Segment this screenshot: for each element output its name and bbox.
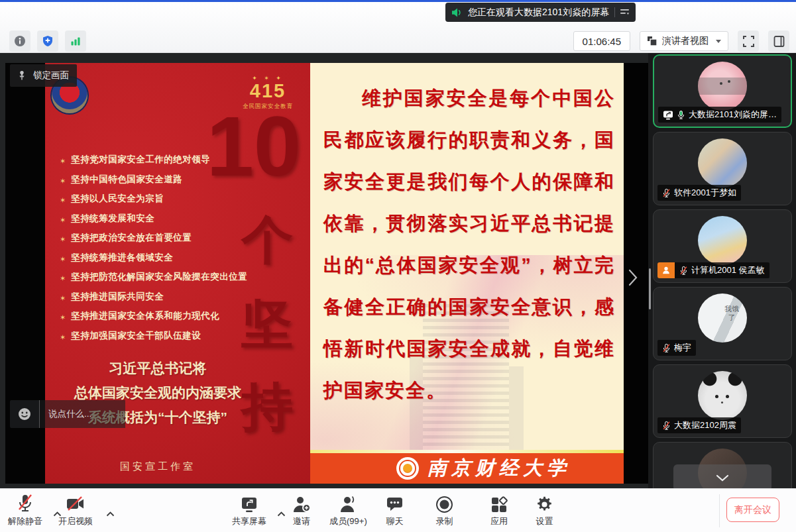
control-bar: 解除静音 开启视频 共享屏幕 邀请 成员(99+) 聊天 <box>0 488 796 532</box>
gear-icon <box>536 496 553 513</box>
star-icon <box>60 252 66 264</box>
mic-muted-icon <box>662 188 671 198</box>
avatar-caption: 我饿了 <box>723 305 740 322</box>
participant-label: 软件2001于梦如 <box>657 185 741 201</box>
star-icon <box>60 331 66 343</box>
share-options-caret[interactable] <box>277 507 286 519</box>
university-emblem <box>396 457 419 480</box>
watching-label: 您正在观看大数据2101刘焱的屏幕 <box>468 7 609 19</box>
lock-view-button[interactable]: 锁定画面 <box>10 64 77 87</box>
chevron-up-icon <box>106 511 115 517</box>
logo-415-number: 415 <box>235 81 301 101</box>
layout-view-icon <box>647 36 657 46</box>
chat-button[interactable]: 聊天 <box>386 494 404 527</box>
participant-tile[interactable]: 软件2001于梦如 <box>653 132 792 205</box>
participant-tile[interactable]: 计算机2001 侯孟敏 <box>653 209 792 283</box>
chat-input[interactable]: 说点什么... <box>39 400 125 428</box>
chevron-up-icon <box>277 511 286 517</box>
unmute-button[interactable]: 解除静音 <box>8 494 42 527</box>
chat-placeholder: 说点什么... <box>48 408 91 420</box>
mic-muted-icon <box>662 421 671 431</box>
members-icon <box>338 495 358 513</box>
list-item: 坚持推进国际共同安全 <box>60 292 265 303</box>
meeting-timer: 01:06:45 <box>573 31 630 51</box>
share-screen-button[interactable]: 共享屏幕 <box>232 494 266 527</box>
record-icon <box>435 496 453 513</box>
banner-divider <box>614 7 615 17</box>
star-icon <box>60 213 66 225</box>
sidebar-scrollbar[interactable] <box>649 268 651 309</box>
participant-tile-partial[interactable] <box>653 442 792 488</box>
star-icon <box>60 154 66 166</box>
university-name: 南京财经大学 <box>427 455 571 482</box>
speaker-icon <box>451 8 463 17</box>
list-item: 坚持中国特色国家安全道路 <box>60 174 265 186</box>
start-video-button[interactable]: 开启视频 <box>58 494 93 527</box>
list-item: 坚持以人民安全为宗旨 <box>60 193 265 205</box>
scroll-down-button[interactable] <box>673 464 771 488</box>
star-icon <box>60 174 66 186</box>
apps-button[interactable]: 应用 <box>490 494 508 527</box>
star-icon <box>60 311 66 323</box>
next-page-arrow[interactable] <box>628 269 638 289</box>
video-options-caret[interactable] <box>106 507 115 519</box>
invite-button[interactable]: 邀请 <box>292 494 312 527</box>
meeting-window: 01:06:45 演讲者视图 您正在观看大数据2101刘焱的屏幕 <box>0 0 796 532</box>
meeting-info-button[interactable] <box>9 30 30 52</box>
view-mode-label: 演讲者视图 <box>662 35 709 47</box>
participant-tile[interactable]: 我饿了 梅宇 <box>653 287 792 360</box>
slide-bullet-list: 坚持党对国家安全工作的绝对领导 坚持中国特色国家安全道路 坚持以人民安全为宗旨 … <box>60 154 265 350</box>
share-screen-icon <box>240 496 258 513</box>
participant-tile[interactable]: 大数据2102周震 <box>653 364 792 438</box>
slide-paragraph: 维护国家安全是每个中国公民都应该履行的职责和义务，国家安全更是我们每个人的保障和… <box>323 78 615 411</box>
mic-muted-icon <box>679 266 688 276</box>
fullscreen-icon <box>742 35 755 48</box>
network-quality-button[interactable] <box>65 30 86 52</box>
university-band: 南京财经大学 <box>310 453 624 484</box>
list-item: 坚持把防范化解国家安全风险摆在突出位置 <box>60 272 265 284</box>
list-item: 坚持统筹发展和安全 <box>60 213 265 225</box>
participants-sidebar: 大数据2101刘焱的屏… 软件2001于梦如 计 <box>648 53 796 488</box>
participant-tiles: 大数据2101刘焱的屏… 软件2001于梦如 计 <box>653 54 792 488</box>
side-panel-icon <box>773 35 785 48</box>
mic-muted-icon <box>16 494 34 513</box>
screen-watch-banner[interactable]: 您正在观看大数据2101刘焱的屏幕 <box>445 3 636 22</box>
avatar <box>698 138 747 187</box>
info-icon <box>14 35 26 47</box>
person-icon <box>661 266 671 275</box>
star-icon <box>60 193 66 205</box>
avatar <box>698 371 747 420</box>
header-right-group: 01:06:45 演讲者视图 <box>573 30 789 52</box>
list-item: 坚持加强国家安全干部队伍建设 <box>60 331 265 343</box>
leave-meeting-button[interactable]: 离开会议 <box>726 498 779 522</box>
participant-label-row: 计算机2001 侯孟敏 <box>657 262 769 278</box>
toolbar-divider <box>719 494 720 527</box>
chevron-down-icon <box>716 474 729 482</box>
chevron-down-icon <box>716 40 721 43</box>
fullscreen-button[interactable] <box>738 30 759 52</box>
lock-view-label: 锁定画面 <box>33 70 69 81</box>
emoji-button[interactable] <box>10 400 39 428</box>
participant-label: 大数据2102周震 <box>657 417 741 433</box>
avatar: 我饿了 <box>698 293 747 343</box>
settings-button[interactable]: 设置 <box>536 494 553 527</box>
chevron-right-icon <box>628 269 638 286</box>
profile-badge-icon <box>657 262 675 278</box>
avatar <box>698 216 747 265</box>
participant-tile-sharing[interactable]: 大数据2101刘焱的屏… <box>653 54 792 128</box>
apps-grid-icon <box>490 496 508 513</box>
view-mode-select[interactable]: 演讲者视图 <box>640 31 728 51</box>
list-item: 坚持把政治安全放在首要位置 <box>60 233 265 244</box>
mic-on-icon <box>677 110 685 120</box>
invite-person-icon <box>292 495 312 513</box>
list-item: 坚持统筹推进各领域安全 <box>60 252 265 264</box>
shared-screens-menu-icon[interactable] <box>620 9 630 16</box>
members-button[interactable]: 成员(99+) <box>329 494 367 527</box>
mic-muted-icon <box>662 343 671 353</box>
smiley-icon <box>17 407 32 421</box>
security-button[interactable] <box>37 30 58 52</box>
side-panel-toggle-button[interactable] <box>768 30 789 52</box>
list-item: 坚持党对国家安全工作的绝对领导 <box>60 154 265 166</box>
record-button[interactable]: 录制 <box>435 494 453 527</box>
camera-muted-icon <box>65 495 86 513</box>
